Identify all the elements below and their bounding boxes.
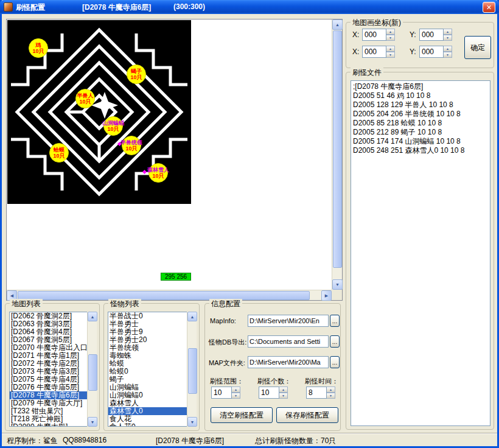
monster-db-browse-button[interactable]: ...	[330, 335, 340, 348]
vertical-scroll-thumb[interactable]	[188, 348, 197, 394]
list-item[interactable]: 食人花	[108, 415, 196, 423]
spawn-file-list[interactable]: ;[D2078 牛魔寺庙6层]D2005 51 46 鸡 10 10 8D200…	[351, 80, 490, 426]
marker-count: 10只	[107, 126, 119, 132]
list-item[interactable]: 山洞蝙蝠	[108, 383, 196, 391]
monster-listbox[interactable]: 半兽战士0半兽勇士半兽勇士9半兽勇士20半兽统领毒蜘蛛蛤蟆蛤蟆0蝎子山洞蝙蝠山洞…	[108, 312, 197, 427]
title-bar[interactable]: 刷怪配置 [D2078 牛魔寺庙6层] (300:300) ✕	[0, 0, 499, 14]
spin-up-icon[interactable]: ▲	[444, 46, 452, 52]
monster-marker[interactable]: 山洞蝙蝠10只	[103, 116, 123, 136]
list-item[interactable]: [D2063 骨魔洞3层]	[10, 320, 96, 328]
map-folder-path-input[interactable]	[248, 356, 329, 368]
spin-down-icon[interactable]: ▼	[327, 393, 335, 399]
vertical-scroll-thumb[interactable]	[88, 354, 97, 391]
status-bar: 程序制作：鲨鱼 QQ88948816 [D2078 牛魔寺庙6层] 总计刷新怪物…	[2, 433, 497, 446]
list-item[interactable]: 半兽战士0	[108, 312, 196, 320]
map-list-scrollbar[interactable]: ▲ ▼	[87, 312, 97, 427]
map-viewport[interactable]: 鸡10只蝎子10只半兽人10只山洞蝙蝠10只半兽统领10只蛤蟆10只森林雪人10…	[6, 19, 343, 301]
monster-db-path-input[interactable]	[248, 335, 329, 348]
spawn-range-spinbox: ▲ ▼	[211, 387, 240, 399]
map-canvas[interactable]: 鸡10只蝎子10只半兽人10只山洞蝙蝠10只半兽统领10只蛤蟆10只森林雪人10…	[7, 20, 191, 204]
spawn-time-input[interactable]	[306, 387, 327, 399]
y1-input[interactable]	[419, 29, 444, 41]
spawn-range-input[interactable]	[211, 387, 232, 399]
list-item[interactable]: 山洞蝙蝠0	[108, 391, 196, 399]
list-item[interactable]: 半兽勇士	[108, 320, 196, 328]
list-item[interactable]: [D2064 骨魔洞4层]	[10, 328, 96, 336]
spin-up-icon[interactable]: ▲	[279, 387, 288, 393]
clear-spawn-config-button[interactable]: 清空刷怪配置	[211, 407, 273, 423]
spin-up-icon[interactable]: ▲	[386, 46, 395, 52]
list-item[interactable]: [D2070 牛魔寺庙出入口]	[10, 344, 96, 352]
spin-down-icon[interactable]: ▼	[444, 35, 452, 41]
list-item[interactable]: 毒蜘蛛	[108, 352, 196, 360]
spin-down-icon[interactable]: ▼	[232, 393, 240, 399]
x2-spinbox: ▲ ▼	[362, 46, 395, 58]
scroll-right-button[interactable]: ▶	[321, 290, 332, 301]
x1-input[interactable]	[362, 29, 386, 41]
spin-up-icon[interactable]: ▲	[232, 387, 240, 393]
list-item[interactable]: [D2072 牛魔寺庙2层]	[10, 360, 96, 368]
spin-down-icon[interactable]: ▼	[386, 35, 395, 41]
monster-marker[interactable]: 森林雪人10只	[148, 163, 168, 183]
list-item[interactable]: 食人花0	[108, 423, 196, 427]
list-item[interactable]: 蛤蟆0	[108, 368, 196, 376]
close-button[interactable]: ✕	[483, 2, 495, 13]
y-label: Y:	[410, 30, 416, 39]
map-folder-label: MAP文件夹:	[209, 359, 245, 368]
spin-down-icon[interactable]: ▼	[386, 52, 395, 58]
monster-marker[interactable]: 蛤蟆10只	[49, 143, 69, 163]
marker-name: 半兽统领	[120, 139, 142, 145]
monster-db-label: 怪物DB导出:	[209, 338, 246, 347]
spin-down-icon[interactable]: ▼	[279, 393, 288, 399]
map-listbox[interactable]: [D2062 骨魔洞2层][D2063 骨魔洞3层][D2064 骨魔洞4层][…	[9, 312, 97, 427]
list-item[interactable]: [D2067 骨魔洞5层]	[10, 336, 96, 344]
scroll-up-button[interactable]: ▲	[88, 312, 97, 321]
monster-list-scrollbar[interactable]: ▲ ▼	[187, 312, 197, 427]
scroll-up-button[interactable]: ▲	[187, 312, 197, 321]
monster-marker[interactable]: 半兽统领10只	[122, 136, 141, 155]
spin-down-icon[interactable]: ▼	[444, 52, 452, 58]
scroll-down-button[interactable]: ▼	[88, 417, 97, 427]
save-spawn-config-button[interactable]: 保存刷怪配置	[276, 407, 338, 423]
spin-up-icon[interactable]: ▲	[444, 29, 452, 35]
list-item[interactable]: [D2073 牛魔寺庙3层]	[10, 368, 96, 376]
list-item[interactable]: [D2062 骨魔洞2层]	[10, 312, 96, 320]
spin-up-icon[interactable]: ▲	[386, 29, 395, 35]
horizontal-scroll-thumb[interactable]	[18, 291, 310, 300]
marker-name: 山洞蝙蝠	[102, 120, 124, 126]
vertical-scroll-thumb[interactable]	[333, 30, 342, 268]
list-item[interactable]: [D2071 牛魔寺庙1层]	[10, 352, 96, 360]
scroll-down-button[interactable]: ▼	[187, 417, 197, 427]
list-item[interactable]: [T218 死亡神殿]	[10, 415, 96, 423]
map-horizontal-scrollbar[interactable]: ◀ ▶	[7, 290, 332, 300]
spin-up-icon[interactable]: ▲	[327, 387, 335, 393]
monster-marker[interactable]: 鸡10只	[29, 38, 48, 58]
mapinfo-path-input[interactable]	[248, 315, 329, 327]
list-item[interactable]: [D2075 牛魔寺庙4层]	[10, 376, 96, 383]
list-item[interactable]: [T232 钳虫巢穴]	[10, 407, 96, 415]
list-item[interactable]: 半兽勇士9	[108, 328, 196, 336]
list-item[interactable]: [D2079 牛魔寺庙大厅]	[10, 399, 96, 407]
list-item[interactable]: 半兽统领	[108, 344, 196, 352]
list-item[interactable]: 森林雪人	[108, 399, 196, 407]
y2-input[interactable]	[419, 46, 444, 58]
monster-marker[interactable]: 半兽人10只	[75, 89, 95, 108]
map-folder-browse-button[interactable]: ...	[330, 356, 340, 368]
mapinfo-browse-button[interactable]: ...	[330, 315, 340, 327]
x2-input[interactable]	[362, 46, 386, 58]
list-item[interactable]: 蛤蟆	[108, 360, 196, 368]
list-item[interactable]: 蝎子	[108, 376, 196, 383]
list-item[interactable]: 半兽勇士20	[108, 336, 196, 344]
list-item[interactable]: [D2080 牛魔大殿]	[10, 423, 96, 427]
scroll-down-button[interactable]: ▼	[332, 279, 343, 290]
marker-count: 10只	[130, 74, 142, 80]
map-vertical-scrollbar[interactable]: ▲ ▼	[332, 19, 342, 290]
list-item[interactable]: 森林雪人0	[108, 407, 196, 415]
list-item[interactable]: [D2076 牛魔寺庙5层]	[10, 383, 96, 391]
list-item[interactable]: [D2078 牛魔寺庙6层]	[10, 391, 96, 399]
scroll-up-button[interactable]: ▲	[332, 19, 343, 30]
confirm-button[interactable]: 确定	[464, 36, 491, 59]
spawn-count-input[interactable]	[259, 387, 279, 399]
window-title-coords: (300:300)	[173, 2, 205, 11]
monster-marker[interactable]: 蝎子10只	[127, 65, 146, 84]
